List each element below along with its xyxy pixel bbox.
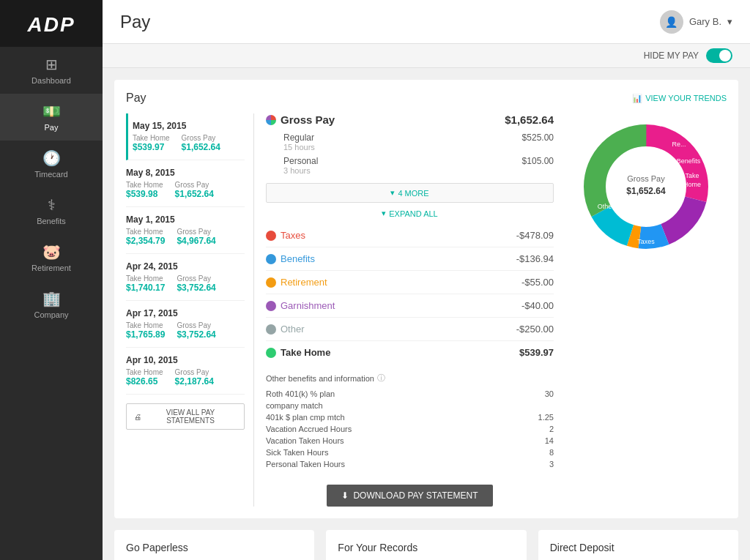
expand-all-link[interactable]: ▾ EXPAND ALL <box>266 209 554 218</box>
chevron-down-icon: ▾ <box>390 188 395 198</box>
main-area: Pay 👤 Gary B. ▾ HIDE MY PAY Pay 📊 VIEW Y… <box>103 0 750 560</box>
hide-pay-label: HIDE MY PAY <box>644 51 699 61</box>
sidebar-item-benefits[interactable]: ⚕ Benefits <box>0 187 103 234</box>
pay-amounts: Take Home $539.97 Gross Pay $1,652.64 <box>133 134 245 152</box>
deduction-garnishment[interactable]: Garnishment -$40.00 <box>266 294 554 318</box>
retirement-dot <box>266 277 276 288</box>
sidebar-item-label: Timecard <box>34 170 67 179</box>
take-home-val: $539.97 <box>133 142 170 152</box>
benefit-row-4: Vacation Taken Hours 14 <box>266 435 554 447</box>
gross-pay-val: $1,652.64 <box>182 142 220 152</box>
hide-pay-bar: HIDE MY PAY <box>103 44 750 68</box>
download-icon: ⬇ <box>341 490 349 501</box>
pay-section: Pay 📊 VIEW YOUR TRENDS May 15, 2015 Take… <box>114 80 738 518</box>
benefit-row-5: Sick Taken Hours 8 <box>266 447 554 458</box>
deduction-retirement[interactable]: Retirement -$55.00 <box>266 271 554 294</box>
direct-deposit-card: Direct Deposit 🏦 Mortgage Everything <box>538 530 738 560</box>
svg-text:Other: Other <box>598 203 615 210</box>
gross-pay-row: Gross Pay $1,652.64 <box>266 113 554 126</box>
adp-logo: ADP <box>27 13 75 37</box>
hide-pay-toggle[interactable] <box>706 48 732 63</box>
pay-sub-regular: Regular 15 hours $525.00 <box>266 130 554 154</box>
svg-text:Re...: Re... <box>672 141 686 148</box>
page-title: Pay <box>120 12 150 32</box>
pay-entry-5[interactable]: Apr 10, 2015 Take Home $826.65 Gross Pay… <box>126 348 245 395</box>
deduction-taxes[interactable]: Taxes -$478.09 <box>266 224 554 247</box>
direct-deposit-title: Direct Deposit <box>550 542 727 553</box>
chevron-down-icon: ▾ <box>382 209 386 218</box>
svg-text:Gross Pay: Gross Pay <box>627 174 665 183</box>
deduction-other[interactable]: Other -$250.00 <box>266 318 554 341</box>
dashboard-icon: ⊞ <box>45 56 58 73</box>
user-name: Gary B. <box>689 16 721 27</box>
benefit-row-2: 401k $ plan cmp mtch 1.25 <box>266 411 554 423</box>
other-benefits: Other benefits and information ⓘ Roth 40… <box>266 373 554 470</box>
pay-date: Apr 10, 2015 <box>126 355 245 365</box>
go-paperless-card: Go Paperless Pay Statements Receive pape… <box>114 530 314 560</box>
benefit-row-6: Personal Taken Hours 3 <box>266 458 554 470</box>
benefit-row-3: Vacation Accrued Hours 2 <box>266 423 554 435</box>
sidebar-logo: ADP <box>0 0 103 47</box>
svg-text:Benefits: Benefits <box>677 157 701 165</box>
sidebar-item-label: Retirement <box>31 264 71 272</box>
user-menu[interactable]: 👤 Gary B. ▾ <box>660 10 732 34</box>
sidebar-item-pay[interactable]: 💵 Pay <box>0 94 103 141</box>
take-home-row: Take Home $539.97 <box>266 341 554 364</box>
pay-sub-personal: Personal 3 hours $105.00 <box>266 154 554 177</box>
info-icon: ⓘ <box>377 373 385 384</box>
pay-entry-2[interactable]: May 1, 2015 Take Home $2,354.79 Gross Pa… <box>126 207 245 254</box>
svg-text:$1,652.64: $1,652.64 <box>626 186 666 196</box>
taxes-dot <box>266 231 276 241</box>
sidebar-item-label: Pay <box>45 123 59 132</box>
sidebar-item-company[interactable]: 🏢 Company <box>0 281 103 328</box>
gross-pay-dot <box>266 115 276 125</box>
benefit-row-0: Roth 401(k) % plan 30 <box>266 388 554 400</box>
pay-date: Apr 17, 2015 <box>126 308 245 318</box>
pay-date: May 1, 2015 <box>126 214 245 225</box>
pay-list: May 15, 2015 Take Home $539.97 Gross Pay… <box>126 113 254 507</box>
sidebar-item-retirement[interactable]: 🐷 Retirement <box>0 234 103 281</box>
benefits-icon: ⚕ <box>48 196 56 214</box>
donut-chart: Gross Pay $1,652.64 Re... Benefits Take … <box>573 113 719 260</box>
pay-section-title: Pay <box>126 92 146 105</box>
pay-entry-0[interactable]: May 15, 2015 Take Home $539.97 Gross Pay… <box>126 113 245 160</box>
chevron-down-icon: ▾ <box>727 16 732 27</box>
gross-pay-label: Gross Pay <box>266 113 335 126</box>
bottom-cards: Go Paperless Pay Statements Receive pape… <box>114 530 738 560</box>
svg-text:Take: Take <box>685 172 699 179</box>
sidebar-item-label: Dashboard <box>31 76 71 85</box>
download-btn-wrap: ⬇ DOWNLOAD PAY STATEMENT <box>266 476 554 507</box>
svg-text:Taxes: Taxes <box>637 238 655 245</box>
pay-icon: 💵 <box>42 102 61 120</box>
benefit-row-1: company match <box>266 400 554 411</box>
pay-date: May 15, 2015 <box>133 121 245 131</box>
view-all-pay-statements-button[interactable]: 🖨 VIEW ALL PAY STATEMENTS <box>126 403 245 430</box>
svg-text:Home: Home <box>683 181 701 188</box>
pay-section-header: Pay 📊 VIEW YOUR TRENDS <box>126 92 727 105</box>
avatar: 👤 <box>660 10 683 34</box>
download-pay-statement-button[interactable]: ⬇ DOWNLOAD PAY STATEMENT <box>327 485 492 507</box>
more-button[interactable]: ▾ 4 MORE <box>266 183 554 203</box>
content-area: Pay 📊 VIEW YOUR TRENDS May 15, 2015 Take… <box>103 68 750 560</box>
company-icon: 🏢 <box>42 290 61 307</box>
view-trends-link[interactable]: 📊 VIEW YOUR TRENDS <box>632 94 727 103</box>
pay-entry-1[interactable]: May 8, 2015 Take Home $539.98 Gross Pay … <box>126 160 245 207</box>
bar-chart-icon: 📊 <box>632 94 642 103</box>
sidebar-item-label: Company <box>34 310 68 319</box>
retirement-icon: 🐷 <box>42 243 61 261</box>
pay-date: May 8, 2015 <box>126 168 245 178</box>
sidebar: ADP ⊞ Dashboard 💵 Pay 🕐 Timecard ⚕ Benef… <box>0 0 103 560</box>
pay-date: Apr 24, 2015 <box>126 261 245 272</box>
sidebar-item-dashboard[interactable]: ⊞ Dashboard <box>0 47 103 94</box>
records-title: For Your Records <box>338 542 514 553</box>
pay-body: May 15, 2015 Take Home $539.97 Gross Pay… <box>126 113 727 507</box>
sidebar-item-label: Benefits <box>37 217 66 225</box>
timecard-icon: 🕐 <box>42 149 61 167</box>
sidebar-item-timecard[interactable]: 🕐 Timecard <box>0 141 103 187</box>
pay-entry-4[interactable]: Apr 17, 2015 Take Home $1,765.89 Gross P… <box>126 301 245 348</box>
deduction-benefits[interactable]: Benefits -$136.94 <box>266 247 554 271</box>
benefits-dot <box>266 254 276 264</box>
go-paperless-title: Go Paperless <box>126 542 302 553</box>
pay-entry-3[interactable]: Apr 24, 2015 Take Home $1,740.17 Gross P… <box>126 254 245 301</box>
take-home-dot <box>266 348 276 358</box>
